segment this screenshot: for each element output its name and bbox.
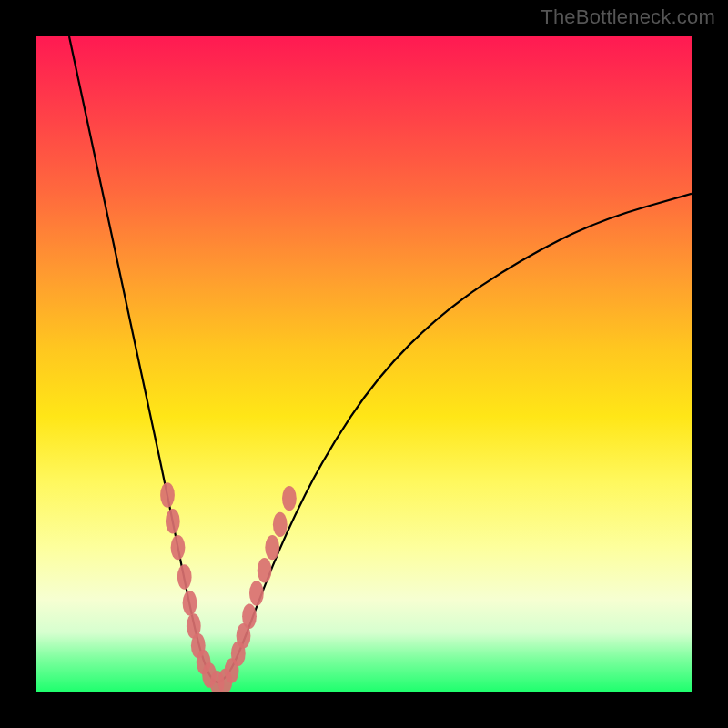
- plot-area: [36, 36, 692, 692]
- valley-marker: [160, 482, 175, 507]
- curve-svg: [36, 36, 692, 692]
- valley-marker: [265, 535, 279, 560]
- valley-marker: [249, 581, 264, 605]
- valley-marker: [282, 486, 297, 511]
- valley-marker: [171, 535, 186, 560]
- valley-marker: [242, 604, 257, 629]
- chart-frame: TheBottleneck.com: [0, 0, 728, 728]
- watermark-text: TheBottleneck.com: [541, 5, 715, 29]
- valley-marker: [273, 512, 288, 537]
- valley-markers: [160, 482, 297, 692]
- bottleneck-curve: [69, 36, 692, 682]
- valley-marker: [258, 558, 272, 582]
- valley-marker: [166, 509, 180, 533]
- valley-marker: [183, 591, 197, 615]
- valley-marker: [177, 564, 192, 589]
